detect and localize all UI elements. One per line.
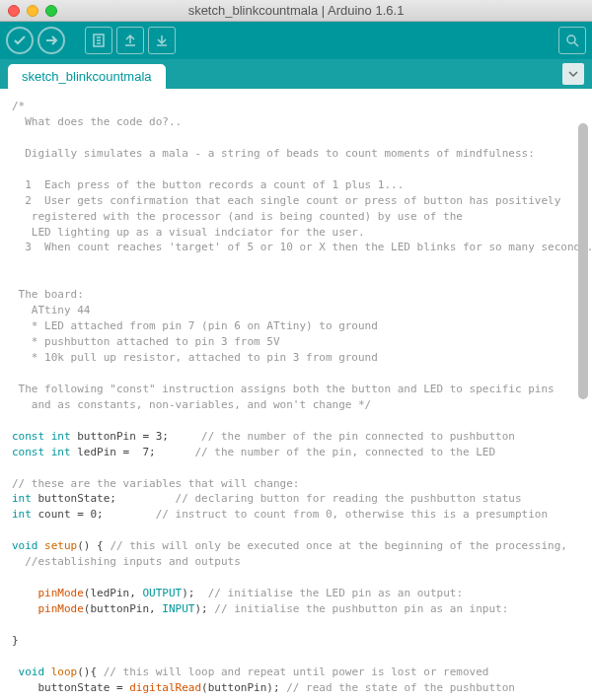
sketch-tab[interactable]: sketch_blinkcountmala <box>8 64 166 89</box>
upload-button[interactable] <box>37 27 65 54</box>
code-content[interactable]: /* What does the code do?.. Digially sim… <box>0 89 592 700</box>
open-button[interactable] <box>116 27 144 54</box>
scrollbar[interactable] <box>576 89 590 700</box>
tab-bar: sketch_blinkcountmala <box>0 59 592 89</box>
tab-menu-button[interactable] <box>562 63 584 85</box>
svg-point-1 <box>567 35 575 43</box>
window-titlebar: sketch_blinkcountmala | Arduino 1.6.1 <box>0 0 592 22</box>
serial-monitor-button[interactable] <box>558 27 586 54</box>
save-button[interactable] <box>148 27 176 54</box>
new-button[interactable] <box>85 27 112 54</box>
verify-button[interactable] <box>6 27 34 54</box>
zoom-window-button[interactable] <box>45 5 57 17</box>
window-title: sketch_blinkcountmala | Arduino 1.6.1 <box>0 3 592 18</box>
close-window-button[interactable] <box>8 5 20 17</box>
toolbar <box>0 22 592 59</box>
code-editor[interactable]: /* What does the code do?.. Digially sim… <box>0 89 592 700</box>
scrollbar-thumb[interactable] <box>578 123 588 399</box>
minimize-window-button[interactable] <box>27 5 38 17</box>
